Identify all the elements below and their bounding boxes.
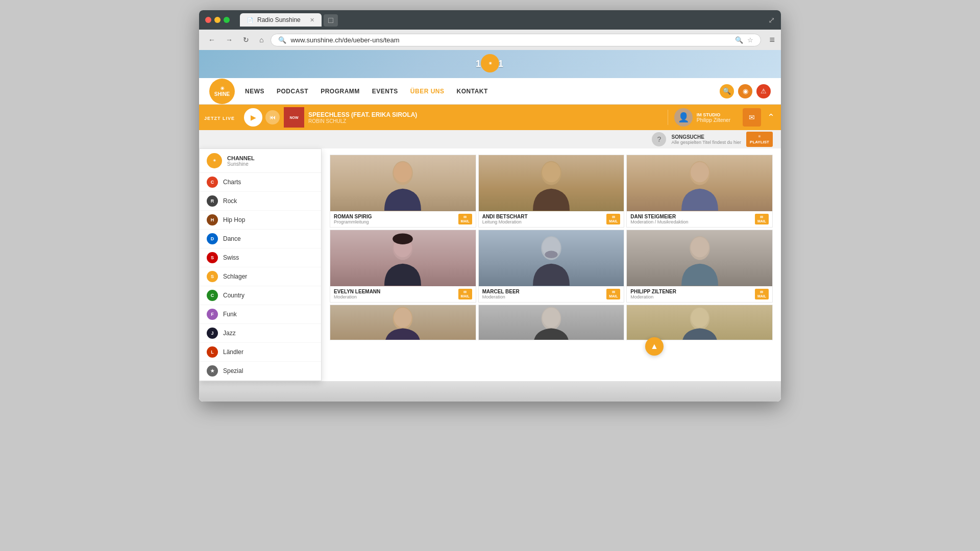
rock-icon: R	[207, 195, 218, 207]
genre-rock-label: Rock	[223, 197, 237, 205]
philipp-mail-icon: ✉	[760, 290, 763, 294]
genre-hiphop[interactable]: H Hip Hop	[200, 211, 321, 230]
genre-country[interactable]: C Country	[200, 286, 321, 305]
studio-section: 👤 IM STUDIO Philipp Ziltener ✉ ⌃	[668, 105, 781, 130]
maximize-button[interactable]	[224, 17, 230, 23]
song-title: SPEECHLESS (FEAT. ERIKA SIROLA)	[308, 111, 668, 118]
team-member-philipp: PHILIPP ZILTENER Moderation ✉ MAIL	[626, 230, 773, 303]
philipp-mail-button[interactable]: ✉ MAIL	[755, 289, 769, 299]
marcel-mail-button[interactable]: ✉ MAIL	[606, 289, 620, 299]
nav-search-icon[interactable]: 🔍	[720, 84, 734, 98]
nav-user-icon[interactable]: ◉	[738, 84, 752, 98]
player-collapse-button[interactable]: ⌃	[761, 112, 781, 123]
bookmark-icon[interactable]: ☆	[747, 36, 753, 44]
dani-photo	[627, 155, 772, 211]
roman-name: ROMAN SPIRIG	[334, 214, 456, 219]
dani-silhouette	[677, 155, 723, 211]
address-bar-icons: 🔍 ☆	[735, 36, 753, 44]
genre-laendler[interactable]: L Ländler	[200, 343, 321, 362]
team-row-1: ROMAN SPIRIG Programmleitung ✉ MAIL	[329, 154, 774, 229]
active-tab[interactable]: 📄 Radio Sunshine ✕	[240, 13, 322, 27]
scroll-to-top-button[interactable]: ▲	[645, 337, 664, 356]
minimize-button[interactable]	[214, 17, 220, 23]
browser-menu-button[interactable]: ≡	[769, 35, 775, 45]
song-info: SPEECHLESS (FEAT. ERIKA SIROLA) ROBIN SC…	[308, 111, 668, 124]
nav-logo[interactable]: ☀SHINE	[209, 79, 235, 104]
genre-rock[interactable]: R Rock	[200, 192, 321, 211]
andi-info: ANDI BETSCHART Leitung Moderation ✉ MAIL	[479, 211, 624, 227]
playlist-button[interactable]: ≡PLAYLIST	[746, 132, 773, 147]
philipp-photo	[627, 230, 772, 286]
dani-name: DANI STEIGMEIER	[630, 214, 753, 219]
genre-schlager[interactable]: S Schlager	[200, 267, 321, 286]
andi-mail-button[interactable]: ✉ MAIL	[606, 214, 620, 224]
url-text: www.sunshine.ch/de/ueber-uns/team	[290, 36, 731, 44]
mail-icon: ✉	[463, 215, 467, 219]
new-tab-button[interactable]: □	[324, 14, 338, 27]
dance-icon: D	[207, 233, 218, 244]
main-navigation: ☀SHINE NEWS PODCAST PROGRAMM EVENTS ÜBER…	[199, 78, 781, 105]
nav-link-news[interactable]: NEWS	[245, 88, 264, 95]
website-content: ☀ 15:11 ☀SHINE NEWS PODCAST PROGRAMM EVE…	[199, 50, 781, 402]
url-bar[interactable]: 🔍 www.sunshine.ch/de/ueber-uns/team 🔍 ☆	[271, 34, 761, 46]
search-icon-right: 🔍	[735, 36, 743, 44]
roman-mail-button[interactable]: ✉ MAIL	[458, 214, 472, 224]
reload-button[interactable]: ↻	[240, 34, 252, 46]
expand-icon[interactable]: ⤢	[768, 15, 775, 25]
channel-header[interactable]: ☀ CHANNEL Sunshine	[200, 149, 321, 173]
browser-titlebar: 📄 Radio Sunshine ✕ □ ⤢	[199, 10, 781, 30]
evelyn-mail-button[interactable]: ✉ MAIL	[458, 289, 472, 299]
nav-link-events[interactable]: EVENTS	[372, 88, 398, 95]
forward-button[interactable]: →	[223, 34, 236, 46]
genre-dance-label: Dance	[223, 235, 241, 242]
genre-swiss-label: Swiss	[223, 254, 239, 261]
team-content: ROMAN SPIRIG Programmleitung ✉ MAIL	[322, 148, 781, 381]
dani-mail-icon: ✉	[760, 215, 763, 219]
nav-icons: 🔍 ◉ ⚠	[720, 84, 771, 98]
team-member-evelyn: EVELYN LEEMANN Moderation ✉ MAIL	[330, 230, 476, 303]
nav-link-podcast[interactable]: PODCAST	[277, 88, 308, 95]
team-member-andi: ANDI BETSCHART Leitung Moderation ✉ MAIL	[478, 155, 625, 228]
schlager-icon: S	[207, 271, 218, 282]
roman-info: ROMAN SPIRIG Programmleitung ✉ MAIL	[330, 211, 476, 227]
genre-jazz[interactable]: J Jazz	[200, 324, 321, 343]
play-button[interactable]: ▶	[244, 108, 262, 127]
traffic-lights	[205, 17, 230, 23]
dani-mail-button[interactable]: ✉ MAIL	[755, 214, 769, 224]
hero-logo: ☀	[481, 54, 499, 72]
philipp-name: PHILIPP ZILTENER	[630, 289, 753, 294]
genre-dance[interactable]: D Dance	[200, 230, 321, 248]
evelyn-mail-icon: ✉	[463, 290, 467, 294]
previous-button[interactable]: ⏮	[265, 110, 280, 124]
back-button[interactable]: ←	[205, 34, 218, 46]
search-icon: 🔍	[278, 36, 286, 44]
nav-link-programm[interactable]: PROGRAMM	[321, 88, 360, 95]
country-icon: C	[207, 290, 218, 301]
genre-swiss[interactable]: S Swiss	[200, 248, 321, 267]
songsuche-info: SONGSUCHE Alle gespielten Titel findest …	[671, 134, 741, 145]
nav-link-kontakt[interactable]: KONTAKT	[457, 88, 488, 95]
nav-link-ueber-uns[interactable]: ÜBER UNS	[410, 88, 445, 95]
genre-jazz-label: Jazz	[223, 330, 236, 337]
genre-spezial[interactable]: ★ Spezial	[200, 362, 321, 381]
svg-point-19	[691, 308, 708, 328]
svg-point-8	[393, 233, 413, 244]
channel-label: CHANNEL	[227, 155, 255, 161]
songsuche-subtitle: Alle gespielten Titel findest du hier	[671, 140, 741, 145]
tab-close-icon[interactable]: ✕	[310, 17, 314, 23]
tab-title: Radio Sunshine	[257, 16, 301, 23]
channel-name: Sunshine	[227, 161, 255, 167]
andi-mail-icon: ✉	[612, 215, 615, 219]
nav-alert-icon[interactable]: ⚠	[756, 84, 771, 98]
home-button[interactable]: ⌂	[256, 34, 266, 46]
studio-mail-button[interactable]: ✉	[743, 108, 761, 127]
roman-photo	[330, 155, 476, 211]
genre-spezial-label: Spezial	[223, 367, 243, 374]
team-row-2: EVELYN LEEMANN Moderation ✉ MAIL	[329, 229, 774, 304]
tab-bar: 📄 Radio Sunshine ✕ □	[240, 13, 764, 27]
close-button[interactable]	[205, 17, 211, 23]
genre-country-label: Country	[223, 292, 244, 299]
genre-charts[interactable]: C Charts	[200, 173, 321, 192]
marcel-name: MARCEL BEER	[482, 289, 605, 294]
genre-funk[interactable]: F Funk	[200, 305, 321, 324]
